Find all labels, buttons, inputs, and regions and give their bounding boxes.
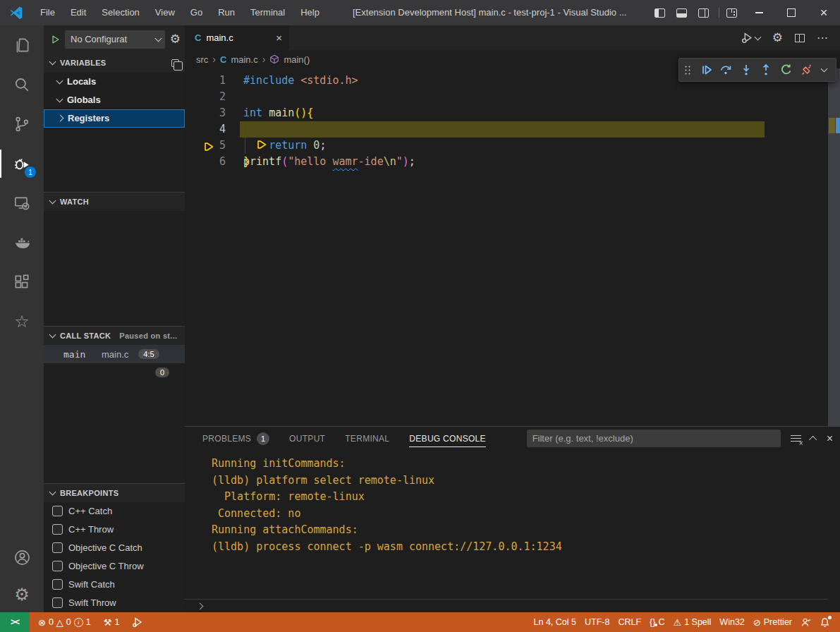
breakpoint-row[interactable]: Objective C Throw [44,557,185,576]
more-actions-icon[interactable]: ⋯ [817,31,829,44]
explorer-icon[interactable] [0,25,44,65]
code-line-5[interactable]: 5 return 0; [185,138,840,154]
maximize-button[interactable] [775,0,808,25]
breakpoint-row[interactable]: Objective C Catch [44,539,185,557]
breakpoints-section-header[interactable]: BREAKPOINTS [44,483,185,502]
menu-run[interactable]: Run [210,0,243,25]
breakpoint-checkbox[interactable] [52,597,63,608]
breakpoint-checkbox[interactable] [52,524,63,535]
code-editor[interactable]: 1#include <stdio.h>23int main(){ 4 print… [185,68,840,426]
disconnect-button[interactable] [798,61,815,79]
formatter-status[interactable]: ⊘ Prettier [749,617,796,628]
minimize-button[interactable] [743,0,775,25]
panel-tab-output[interactable]: OUTPUT [289,427,325,450]
close-panel-icon[interactable]: × [827,432,833,445]
close-window-button[interactable]: × [808,0,840,25]
menu-go[interactable]: Go [183,0,210,25]
code-line-2[interactable]: 2 [185,89,840,105]
variables-item-registers[interactable]: Registers [44,109,185,128]
remote-explorer-icon[interactable] [0,183,44,223]
start-debug-icon[interactable] [51,35,61,44]
breakpoint-checkbox[interactable] [52,542,63,553]
debug-alt-icon [132,616,143,628]
step-out-button[interactable] [757,61,775,79]
code-token: } [243,155,250,168]
menu-help[interactable]: Help [293,0,327,25]
star-extension-icon[interactable]: ☆ [0,302,44,341]
language-mode-status[interactable]: {} C [645,617,669,627]
debug-console-input[interactable] [185,599,828,612]
variables-item-globals[interactable]: Globals [44,91,185,109]
docker-icon[interactable] [0,223,44,262]
breakpoint-checkbox[interactable] [52,561,63,571]
account-icon[interactable] [0,537,44,577]
breadcrumb-file[interactable]: main.c [231,54,257,65]
restart-button[interactable] [778,61,796,79]
menu-edit[interactable]: Edit [63,0,94,25]
breakpoint-checkbox[interactable] [52,506,63,516]
editor-scrollbar[interactable] [828,68,840,426]
debug-config-dropdown[interactable]: No Configurat [65,30,165,49]
menu-file[interactable]: File [32,0,63,25]
split-editor-icon[interactable] [795,34,805,42]
breadcrumb-folder[interactable]: src [196,54,208,65]
problems-status[interactable]: ⊗ 0 △ 0 i 1 [34,617,95,628]
customize-layout-icon[interactable] [726,8,737,18]
code-line-6[interactable]: 6} [185,154,840,170]
tab-label: main.c [206,32,233,43]
breakpoint-row[interactable]: Swift Catch [44,576,185,594]
settings-gear-icon[interactable]: ⚙ [0,577,44,612]
code-line-4[interactable]: 4 printf("hello wamr-ide\n"); [185,121,840,138]
toggle-panel-icon[interactable] [676,8,687,18]
remote-indicator[interactable]: >< [0,612,30,632]
breakpoint-row[interactable]: C++ Throw [44,521,185,539]
maximize-panel-icon[interactable] [809,435,817,443]
settings-gear-icon[interactable]: ⚙ [772,30,783,45]
panel-tab-debug-console[interactable]: DEBUG CONSOLE [409,427,486,450]
continue-button[interactable] [697,61,714,79]
console-filter-input[interactable] [527,430,781,447]
source-control-icon[interactable] [0,104,44,144]
panel-tab-problems[interactable]: PROBLEMS1 [202,427,269,450]
toggle-sidebar-icon[interactable] [655,8,665,18]
variables-views-icon[interactable] [171,59,179,67]
variables-item-locals[interactable]: Locals [44,73,185,91]
panel-tab-terminal[interactable]: TERMINAL [345,427,389,450]
step-over-button[interactable] [717,61,735,79]
breakpoint-checkbox[interactable] [52,579,63,590]
editor-actions: ⚙ ⋯ [741,25,840,50]
debug-session-status[interactable] [128,616,147,628]
tab-main-c[interactable]: C main.c × [185,25,289,50]
close-tab-icon[interactable]: × [276,32,282,44]
frame-function: main [44,349,102,360]
eol-status[interactable]: CRLF [614,617,645,627]
chevron-down-icon[interactable] [821,66,828,73]
toolbar-drag-handle[interactable] [684,65,692,75]
debug-settings-gear-icon[interactable]: ⚙ [170,32,181,47]
extensions-icon[interactable] [0,262,44,302]
tools-status[interactable]: ⚒ 1 [99,617,124,628]
menu-terminal[interactable]: Terminal [243,0,293,25]
encoding-status[interactable]: UTF-8 [580,617,614,627]
run-or-debug-button[interactable] [741,32,760,44]
step-into-button[interactable] [738,61,755,79]
call-stack-section-header[interactable]: CALL STACK Paused on st... [44,326,185,345]
feedback-account-status[interactable] [796,617,815,628]
breadcrumb-symbol[interactable]: main() [284,54,310,65]
search-icon[interactable] [0,65,44,104]
variables-section-header[interactable]: VARIABLES [44,54,185,73]
watch-section-header[interactable]: WATCH [44,192,185,211]
cursor-position-status[interactable]: Ln 4, Col 5 [530,617,580,627]
notifications-status[interactable] [815,617,834,628]
run-and-debug-icon[interactable]: 1 [0,144,44,183]
toggle-secondary-sidebar-icon[interactable] [698,8,709,18]
menu-view[interactable]: View [147,0,183,25]
menu-selection[interactable]: Selection [94,0,147,25]
spell-checker-status[interactable]: ⚠ 1 Spell [669,617,715,628]
breakpoint-row[interactable]: C++ Catch [44,502,185,521]
clear-console-icon[interactable] [791,435,801,443]
code-line-3[interactable]: 3int main(){ [185,105,840,121]
breakpoint-row[interactable]: Swift Throw [44,594,185,612]
platform-status[interactable]: Win32 [715,617,748,627]
stack-frame-row[interactable]: main main.c 4:5 [44,345,185,363]
